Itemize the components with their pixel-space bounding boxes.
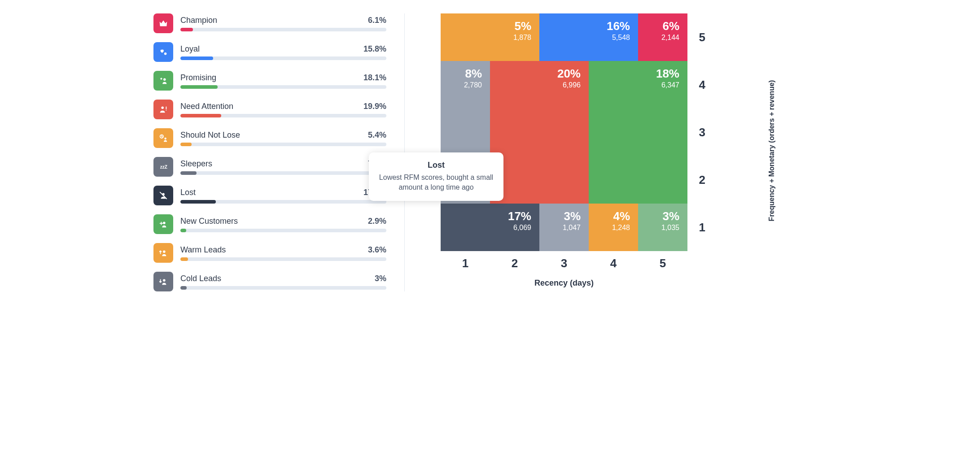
- segment-bar-fill: [180, 143, 192, 146]
- segment-percent: 2.9%: [368, 217, 386, 226]
- x-tick: 3: [539, 256, 589, 270]
- cell-count: 5,548: [612, 34, 630, 42]
- cell-count: 2,780: [464, 81, 482, 89]
- y-tick: 3: [699, 109, 705, 156]
- cell-percent: 3%: [564, 210, 581, 223]
- x-tick: 1: [441, 256, 490, 270]
- lost-icon: [153, 186, 173, 205]
- svg-point-10: [163, 251, 166, 253]
- x-tick: 5: [638, 256, 687, 270]
- promising-icon: [153, 71, 173, 91]
- segment-bar-fill: [180, 28, 193, 31]
- rfm-cell[interactable]: 20% 6,996: [490, 61, 589, 204]
- cell-percent: 6%: [662, 20, 679, 33]
- segment-bar-fill: [180, 114, 221, 117]
- segment-bar: [180, 114, 386, 117]
- segment-bar: [180, 229, 386, 232]
- rfm-panel: 12345 5% 1,878 16% 5,548 6% 2,144 8% 2,7…: [423, 13, 827, 291]
- cell-percent: 4%: [613, 210, 630, 223]
- segment-percent: 15.8%: [363, 44, 386, 54]
- segment-bar-fill: [180, 56, 213, 60]
- cell-percent: 20%: [557, 67, 581, 80]
- y-tick: 5: [699, 13, 705, 61]
- cell-percent: 18%: [656, 67, 679, 80]
- cell-count: 6,069: [513, 224, 531, 232]
- loyal-icon: [153, 42, 173, 62]
- cell-count: 2,144: [661, 34, 679, 42]
- segment-bar: [180, 286, 386, 290]
- segment-row-cold-leads[interactable]: Cold Leads 3%: [153, 272, 386, 291]
- segment-bar: [180, 28, 386, 31]
- segment-bar: [180, 257, 386, 261]
- svg-point-9: [163, 222, 166, 225]
- cell-count: 6,347: [661, 81, 679, 89]
- segment-label: Champion: [180, 16, 217, 25]
- rfm-cell[interactable]: 8% 2,780: [441, 61, 490, 204]
- segment-row-warm-leads[interactable]: Warm Leads 3.6%: [153, 243, 386, 263]
- segment-row-sleepers[interactable]: zzZ Sleepers 7.9%: [153, 157, 386, 177]
- segment-bar-fill: [180, 257, 188, 261]
- segment-row-promising[interactable]: Promising 18.1%: [153, 71, 386, 91]
- segment-row-champion[interactable]: Champion 6.1%: [153, 13, 386, 33]
- segment-bar-fill: [180, 171, 197, 175]
- cell-count: 6,996: [563, 81, 581, 89]
- rfm-cell[interactable]: 6% 2,144: [638, 13, 687, 61]
- svg-point-0: [164, 52, 167, 55]
- cell-percent: 3%: [662, 210, 679, 223]
- x-tick: 2: [490, 256, 539, 270]
- need-attention-icon: [153, 100, 173, 119]
- segment-label: Sleepers: [180, 159, 212, 169]
- segment-bar: [180, 143, 386, 146]
- warm-leads-icon: [153, 243, 173, 263]
- segment-bar-fill: [180, 286, 187, 290]
- segment-bar-fill: [180, 229, 186, 232]
- svg-point-3: [166, 110, 167, 111]
- should-not-lose-icon: [153, 128, 173, 148]
- segment-row-should-not-lose[interactable]: Should Not Lose 5.4%: [153, 128, 386, 148]
- y-tick: 4: [699, 61, 705, 109]
- rfm-cell[interactable]: 3% 1,047: [539, 204, 589, 251]
- segment-row-need-attention[interactable]: Need Attention 19.9%: [153, 100, 386, 119]
- rfm-cell[interactable]: 5% 1,878: [441, 13, 539, 61]
- y-axis-ticks: 12345: [699, 13, 705, 251]
- y-tick: 2: [699, 156, 705, 204]
- segment-row-new-customers[interactable]: New Customers 2.9%: [153, 214, 386, 234]
- segment-bar-fill: [180, 200, 216, 204]
- svg-point-5: [164, 138, 166, 140]
- cell-count: 1,047: [563, 224, 581, 232]
- x-axis-label: Recency (days): [441, 278, 687, 288]
- segment-label: Should Not Lose: [180, 130, 240, 140]
- segment-row-lost[interactable]: Lost 17.3%: [153, 186, 386, 205]
- cell-percent: 5%: [514, 20, 531, 33]
- new-customers-icon: [153, 214, 173, 234]
- svg-point-1: [163, 78, 166, 81]
- segment-label: Loyal: [180, 44, 200, 54]
- segment-label: Cold Leads: [180, 274, 221, 283]
- x-tick: 4: [589, 256, 638, 270]
- cell-percent: 16%: [607, 20, 630, 33]
- segment-percent: 17.3%: [363, 188, 386, 197]
- y-axis-label: Frequency + Monetary (orders + revenue): [768, 80, 776, 221]
- segment-list: Champion 6.1% Loyal 15.8% Promising 18.1…: [153, 13, 405, 291]
- rfm-grid[interactable]: 12345 5% 1,878 16% 5,548 6% 2,144 8% 2,7…: [441, 13, 687, 251]
- cold-leads-icon: [153, 272, 173, 291]
- cell-count: 1,248: [612, 224, 630, 232]
- segment-bar: [180, 200, 386, 204]
- segment-bar: [180, 85, 386, 89]
- segment-percent: 3%: [375, 274, 386, 283]
- segment-label: Warm Leads: [180, 245, 226, 255]
- rfm-cell[interactable]: 18% 6,347: [589, 61, 687, 204]
- segment-label: Need Attention: [180, 102, 233, 111]
- segment-row-loyal[interactable]: Loyal 15.8%: [153, 42, 386, 62]
- svg-point-2: [161, 107, 164, 109]
- rfm-cell[interactable]: 3% 1,035: [638, 204, 687, 251]
- segment-label: New Customers: [180, 217, 238, 226]
- sleepers-icon: zzZ: [153, 157, 173, 177]
- segment-percent: 6.1%: [368, 16, 386, 25]
- y-tick: 1: [699, 204, 705, 251]
- rfm-cell[interactable]: 4% 1,248: [589, 204, 638, 251]
- segment-percent: 7.9%: [368, 159, 386, 169]
- cell-count: 1,878: [513, 34, 531, 42]
- svg-point-11: [163, 279, 166, 282]
- rfm-cell[interactable]: 17% 6,069: [441, 204, 539, 251]
